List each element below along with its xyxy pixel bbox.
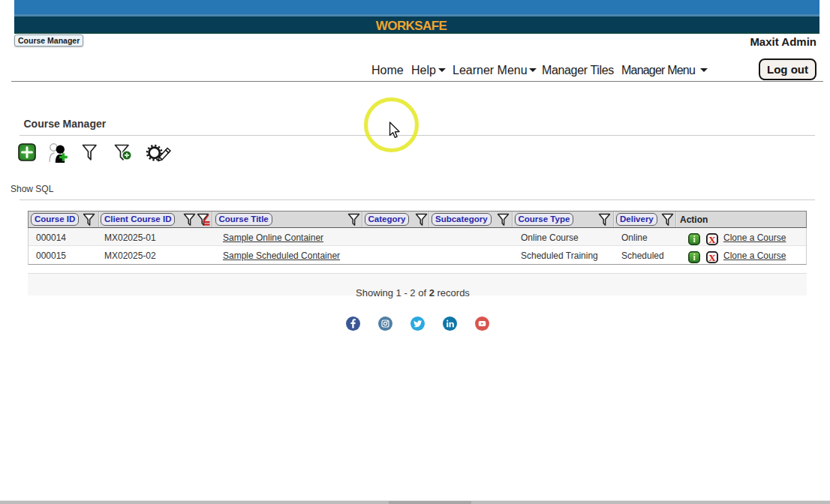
svg-text:X: X	[708, 252, 716, 263]
svg-text:X: X	[708, 234, 716, 245]
